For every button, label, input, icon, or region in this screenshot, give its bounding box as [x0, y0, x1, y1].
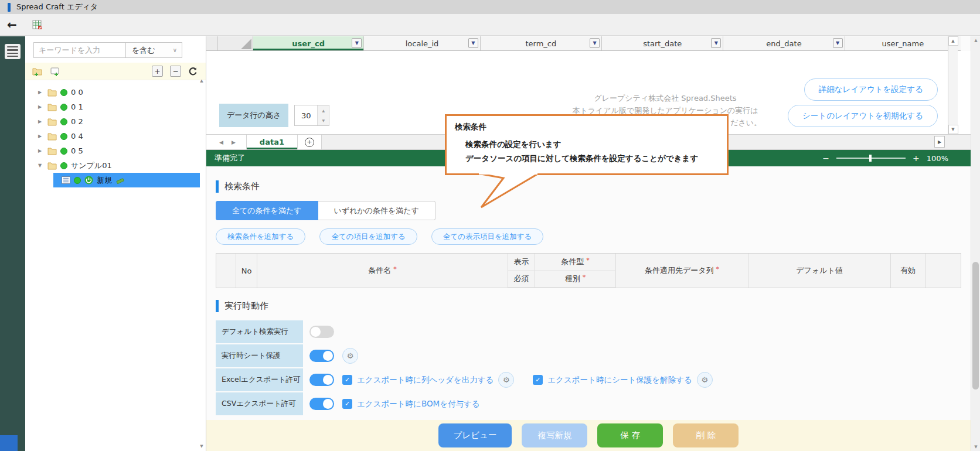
chevron-down-icon: ∨: [173, 47, 177, 53]
scroll-down-icon[interactable]: ▼: [200, 444, 203, 449]
search-input[interactable]: [33, 42, 126, 58]
spinner-up-icon[interactable]: ▲: [318, 105, 329, 115]
add-all-display-items-button[interactable]: 全ての表示項目を追加する: [431, 228, 543, 245]
tree-item-expanded[interactable]: ▼ サンプル01: [25, 158, 206, 173]
filter-dropdown-icon[interactable]: ▼: [711, 38, 721, 48]
tree-item-selected[interactable]: 新規: [53, 173, 200, 187]
tree-item[interactable]: ▶ 0 0: [25, 85, 206, 100]
checkbox-label[interactable]: エクスポート時に列ヘッダを出力する: [357, 375, 494, 385]
tooltip-title: 検索条件: [455, 122, 719, 132]
back-button[interactable]: ←: [7, 19, 17, 30]
tab-prev-icon[interactable]: ◀: [219, 139, 223, 145]
tree-item[interactable]: ▶ 0 4: [25, 129, 206, 144]
column-header-term_cd[interactable]: term_cd ▼: [481, 36, 602, 50]
sheet-vertical-scrollbar[interactable]: ▲ ▼: [948, 36, 958, 134]
zoom-in-icon[interactable]: +: [913, 153, 920, 163]
col-show: 表示: [508, 254, 535, 271]
col-enabled: 有効: [891, 254, 925, 288]
scroll-up-icon[interactable]: ▲: [971, 38, 980, 43]
tab-match-all[interactable]: 全ての条件を満たす: [216, 201, 318, 220]
page-scrollbar[interactable]: ▲ ▼: [971, 36, 980, 451]
expand-icon[interactable]: ▶: [38, 104, 44, 110]
expand-all-button[interactable]: +: [152, 66, 163, 77]
scroll-right-icon[interactable]: ▶: [934, 136, 945, 148]
select-all-corner[interactable]: [218, 36, 253, 50]
col-condition-type: 条件型*: [535, 254, 616, 271]
match-mode-select[interactable]: を含む ∨: [126, 42, 182, 58]
save-button[interactable]: 保 存: [597, 423, 663, 447]
status-dot-icon: [60, 148, 67, 155]
column-header-start_date[interactable]: start_date ▼: [602, 36, 723, 50]
tree-item-label: 0 2: [71, 117, 83, 126]
export-bom-checkbox[interactable]: ✓: [342, 399, 352, 409]
setting-csv-export: CSVエクスポート許可 ✓ エクスポート時にBOMを付与する: [216, 392, 961, 415]
tooltip-tail: [473, 173, 549, 210]
sheet-tab-data1[interactable]: data1: [246, 135, 298, 149]
add-folder-icon[interactable]: [32, 67, 43, 76]
collapse-icon[interactable]: ▼: [38, 163, 44, 168]
scroll-down-icon[interactable]: ▼: [948, 125, 958, 134]
copy-new-button[interactable]: 複写新規: [522, 423, 587, 447]
checkbox-label[interactable]: エクスポート時にシート保護を解除する: [547, 375, 692, 385]
column-header-locale_id[interactable]: locale_id ▼: [364, 36, 480, 50]
row-height-spinner[interactable]: 30 ▲ ▼: [294, 105, 329, 126]
collapse-all-button[interactable]: −: [170, 66, 181, 77]
export-header-checkbox[interactable]: ✓: [342, 375, 352, 385]
filter-dropdown-icon[interactable]: ▼: [833, 38, 843, 48]
preview-button[interactable]: プレビュー: [438, 423, 512, 447]
gear-icon[interactable]: ⚙: [342, 348, 358, 364]
tree-item[interactable]: ▶ 0 2: [25, 114, 206, 129]
add-all-items-button[interactable]: 全ての項目を追加する: [319, 228, 417, 245]
reset-layout-button[interactable]: シートのレイアウトを初期化する: [788, 105, 938, 127]
csv-export-toggle[interactable]: [309, 398, 334, 410]
filter-dropdown-icon[interactable]: ▼: [590, 38, 600, 48]
expand-icon[interactable]: ▶: [38, 148, 44, 153]
zoom-slider-thumb[interactable]: [869, 155, 872, 162]
app-title: Spread Craft エディタ: [16, 2, 98, 12]
tab-match-any[interactable]: いずれかの条件を満たす: [318, 201, 435, 220]
detail-layout-button[interactable]: 詳細なレイアウトを設定する: [804, 78, 938, 101]
scroll-down-icon[interactable]: ▼: [971, 445, 980, 449]
main-content: user_cd ▼ locale_id ▼ term_cd ▼ start_da…: [206, 36, 971, 451]
match-mode-value: を含む: [132, 45, 155, 56]
column-header-user_name[interactable]: user_name: [845, 36, 961, 50]
add-sheet-button[interactable]: +: [298, 135, 321, 149]
app-window: Spread Craft エディタ ← を含む: [0, 0, 980, 451]
gear-icon[interactable]: ⚙: [697, 372, 713, 388]
power-icon: [84, 176, 93, 184]
export-unprotect-checkbox[interactable]: ✓: [533, 375, 543, 385]
gear-icon[interactable]: ⚙: [498, 372, 514, 388]
scroll-up-icon[interactable]: ▲: [200, 78, 203, 83]
excel-export-toggle[interactable]: [309, 374, 334, 386]
spinner-down-icon[interactable]: ▼: [318, 115, 329, 125]
row-height-value[interactable]: 30: [295, 105, 317, 125]
expand-icon[interactable]: ▶: [38, 134, 44, 139]
column-header-end_date[interactable]: end_date ▼: [723, 36, 845, 50]
tree-item[interactable]: ▶ 0 5: [25, 144, 206, 158]
filter-dropdown-icon[interactable]: ▼: [468, 38, 478, 48]
refresh-icon[interactable]: [188, 67, 198, 76]
spreadsheet-doc-icon[interactable]: [32, 20, 42, 30]
page-scrollbar-thumb[interactable]: [972, 262, 979, 390]
add-document-icon[interactable]: [50, 67, 60, 76]
menu-icon[interactable]: [5, 44, 21, 59]
checkbox-label[interactable]: エクスポート時にBOMを付与する: [357, 399, 480, 409]
status-dot-icon: [60, 104, 67, 111]
delete-button[interactable]: 削 除: [673, 423, 739, 447]
scroll-up-icon[interactable]: ▲: [948, 36, 958, 46]
col-empty: [216, 254, 236, 288]
expand-icon[interactable]: ▶: [38, 90, 44, 95]
condition-table-header: No 条件名* 表示 条件型* 条件適用先データ列* デフォルト値 有効 必須: [216, 253, 961, 288]
tab-next-icon[interactable]: ▶: [232, 139, 236, 145]
sheet-protect-toggle[interactable]: [309, 350, 334, 362]
add-condition-button[interactable]: 検索条件を追加する: [216, 228, 305, 245]
status-text: 準備完了: [215, 153, 245, 163]
zoom-out-icon[interactable]: −: [822, 153, 829, 163]
column-header-user_cd[interactable]: user_cd ▼: [253, 36, 364, 50]
tree-item[interactable]: ▶ 0 1: [25, 100, 206, 114]
panel-scrollbar[interactable]: ▲ ▼: [198, 78, 205, 449]
filter-dropdown-icon[interactable]: ▼: [352, 38, 362, 48]
expand-icon[interactable]: ▶: [38, 119, 44, 124]
default-search-toggle[interactable]: [309, 326, 334, 338]
zoom-slider[interactable]: [836, 158, 906, 159]
